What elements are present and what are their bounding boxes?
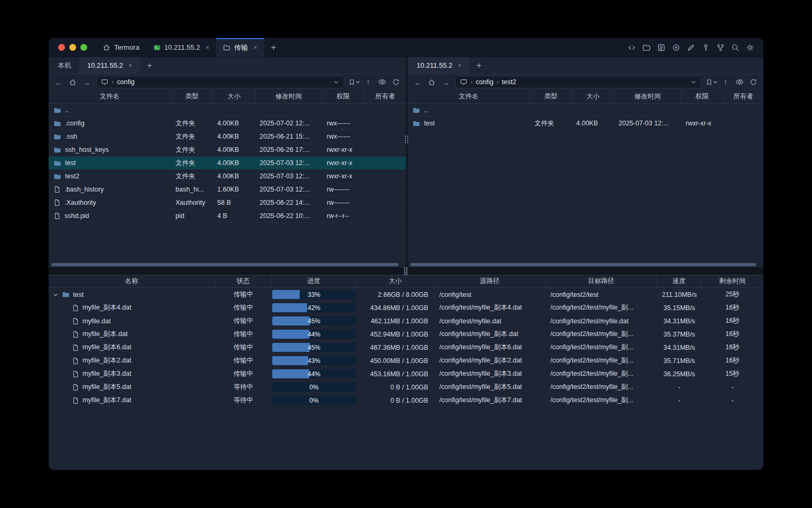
close-window-button[interactable] [58,44,65,51]
file-row[interactable]: .config文件夹4.00KB2025-07-02 12:...rwx----… [49,117,406,130]
column-header-perm[interactable]: 权限 [322,90,364,103]
transfer-row[interactable]: myfile_副本7.dat等待中0%0 B / 1.00GB/config/t… [49,394,763,407]
show-hidden-eye-icon[interactable] [733,76,746,88]
tab-transfer-close-icon[interactable]: × [253,44,257,51]
tab-session-close-icon[interactable]: × [205,44,209,51]
minimize-window-button[interactable] [69,44,76,51]
column-header-perm[interactable]: 权限 [681,90,723,103]
left-path-breadcrumb[interactable]: › config [96,76,344,88]
transfer-row[interactable]: myfile_副本.dat传输中44%452.94MB / 1.00GB/con… [49,328,763,341]
column-header-type[interactable]: 类型 [530,90,572,103]
file-row[interactable]: .. [49,104,406,117]
tab-remote-left-close-icon[interactable]: × [128,62,133,69]
left-horizontal-scrollbar[interactable] [51,263,402,266]
right-path-breadcrumb[interactable]: › config › test2 [455,76,702,88]
transfer-speed: 34.31MB/s [657,341,702,354]
file-row[interactable]: .. [408,104,763,117]
tab-remote-left[interactable]: 10.211.55.2 × [79,57,140,74]
code-icon[interactable] [626,42,638,53]
chevron-expanded-icon[interactable] [52,292,59,298]
right-panel-new-tab-button[interactable]: + [469,57,488,74]
transfer-row[interactable]: test传输中33%2.66GB / 8.00GB/config/test/co… [49,288,763,301]
forward-icon[interactable]: → [439,76,452,88]
breadcrumb-segment[interactable]: config [476,78,493,86]
column-header-owner[interactable]: 所有者 [364,90,406,103]
show-hidden-eye-icon[interactable] [375,76,389,88]
tab-remote-right[interactable]: 10.211.55.2 × [409,57,469,74]
breadcrumb-segment[interactable]: test2 [502,78,516,86]
back-icon[interactable]: ← [52,76,66,88]
tab-session[interactable]: 10.211.55.2 × [146,38,216,57]
column-header-size[interactable]: 大小 [572,90,614,103]
file-mtime: 2025-06-22 14:... [255,196,322,209]
upload-icon[interactable]: ↑ [719,76,732,88]
file-row[interactable]: ssh_host_keys文件夹4.00KB2025-06-26 17:...r… [49,143,406,157]
column-header-source[interactable]: 源路径 [435,275,546,287]
file-row[interactable]: .XauthorityXauthority58 B2025-06-22 14:.… [49,196,406,210]
record-icon[interactable] [670,42,682,53]
column-header-filename[interactable]: 文件名 [49,90,171,103]
zoom-window-button[interactable] [80,44,87,51]
tab-local[interactable]: 本机 [50,57,79,74]
divider-grip[interactable] [405,135,409,144]
horizontal-splitter[interactable] [49,268,763,275]
scrollbar-thumb[interactable] [410,263,756,266]
column-header-size[interactable]: 大小 [213,90,255,103]
left-panel-new-tab-button[interactable]: + [140,57,159,74]
new-tab-button[interactable]: + [264,38,283,57]
log-icon[interactable] [656,42,667,53]
transfer-row[interactable]: myfile_副本4.dat传输中42%434.86MB / 1.00GB/co… [49,301,763,314]
column-header-size[interactable]: 大小 [356,275,435,287]
progress-label: 43% [272,356,356,365]
forward-icon[interactable]: → [80,76,93,88]
folder-icon[interactable] [641,42,652,53]
refresh-icon[interactable] [746,76,760,88]
column-header-filename[interactable]: 文件名 [408,90,530,103]
progress-label: 0% [272,383,356,392]
back-icon[interactable]: ← [411,76,425,88]
transfer-size: 434.86MB / 1.00GB [356,301,435,314]
search-icon[interactable] [730,42,741,53]
chevron-down-icon[interactable] [690,79,697,85]
column-header-owner[interactable]: 所有者 [723,90,763,103]
key-icon[interactable] [700,42,712,53]
right-horizontal-scrollbar[interactable] [410,263,760,266]
upload-icon[interactable]: ↑ [362,76,375,88]
file-mtime: 2025-07-03 12:... [255,157,322,169]
column-header-progress[interactable]: 进度 [272,275,356,287]
tab-transfer[interactable]: 传输 × [216,38,264,57]
transfer-row[interactable]: myfile_副本5.dat等待中0%0 B / 1.00GB/config/t… [49,380,763,394]
chevron-down-icon[interactable] [333,79,339,85]
splitter-grip[interactable] [404,267,408,276]
settings-icon[interactable] [744,42,756,53]
file-row[interactable]: .bash_historybash_hi...1.60KB2025-07-03 … [49,183,406,196]
tab-home[interactable]: Termora [96,38,146,57]
column-header-type[interactable]: 类型 [171,90,213,103]
column-header-status[interactable]: 状态 [215,275,272,287]
refresh-icon[interactable] [389,76,402,88]
bookmark-button[interactable] [705,79,718,86]
column-header-target[interactable]: 目标路径 [546,275,657,287]
tab-remote-right-close-icon[interactable]: × [458,62,462,69]
column-header-speed[interactable]: 速度 [657,275,702,287]
column-header-mtime[interactable]: 修改时间 [614,90,681,103]
file-row[interactable]: sshd.pidpid4 B2025-06-22 10:...rw-r--r-- [49,210,406,223]
transfer-row[interactable]: myfile_副本6.dat传输中45%467.36MB / 1.00GB/co… [49,341,763,354]
column-header-mtime[interactable]: 修改时间 [255,90,322,103]
column-header-eta[interactable]: 剩余时间 [702,275,763,287]
edit-icon[interactable] [685,42,697,53]
home-nav-icon[interactable] [425,76,438,88]
file-row[interactable]: .ssh文件夹4.00KB2025-06-21 15:...rwx------ [49,130,406,143]
column-header-name[interactable]: 名称 [49,275,215,287]
transfer-row[interactable]: myfile.dat传输中45%462.11MB / 1.00GB/config… [49,314,763,328]
file-row[interactable]: test文件夹4.00KB2025-07-03 12:...rwxr-xr-x [49,157,406,170]
scrollbar-thumb[interactable] [51,263,399,266]
file-row[interactable]: test文件夹4.00KB2025-07-03 12:...rwxr-xr-x [408,117,763,130]
transfer-row[interactable]: myfile_副本2.dat传输中43%450.00MB / 1.00GB/co… [49,354,763,367]
branch-icon[interactable] [715,42,726,53]
file-row[interactable]: test2文件夹4.00KB2025-07-03 12:...rwxr-xr-x [49,170,406,183]
home-nav-icon[interactable] [66,76,79,88]
bookmark-button[interactable] [347,79,361,86]
transfer-row[interactable]: myfile_副本3.dat传输中44%453.16MB / 1.00GB/co… [49,367,763,380]
breadcrumb-segment[interactable]: config [117,78,134,86]
